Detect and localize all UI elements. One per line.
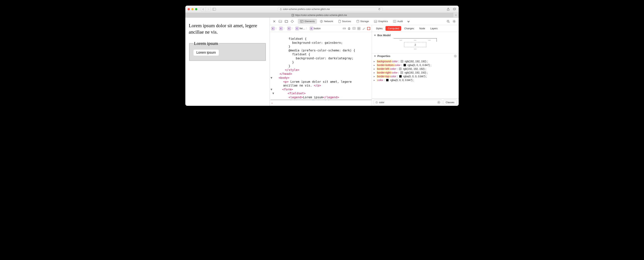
svg-rect-34 (359, 29, 360, 30)
tab-graphics[interactable]: Graphics (372, 19, 390, 24)
dom-line: </style> (270, 68, 299, 72)
dom-tree[interactable]: fieldset { background-color: gainsboro; … (270, 32, 372, 100)
dom-line: @media (prefers-color-scheme: dark) { (270, 49, 355, 52)
tab-sources[interactable]: Sources (336, 19, 353, 24)
properties-menu-icon[interactable] (454, 55, 457, 58)
dom-line: <legend>Lorem ipsum</legend> (270, 95, 339, 99)
breadcrumb-item-1[interactable]: E〉 (279, 27, 286, 30)
share-icon[interactable] (446, 7, 450, 11)
dom-line: background-color: gainsboro; (270, 41, 342, 44)
more-tabs-icon[interactable] (406, 19, 411, 24)
property-row[interactable]: ▸background-color:rgb(192, 192, 192); (374, 59, 457, 63)
dom-line: </head> (270, 72, 292, 76)
sidebar-toggle-icon[interactable] (212, 7, 216, 11)
dom-line: ancillae ne vis. </p> (270, 84, 321, 87)
dom-line: <p> Lorem ipsum dolor sit amet, legere (270, 80, 352, 83)
dom-line: ▼ <form> (270, 88, 293, 91)
box-model-section: ▼Box Model — — — 2 — (372, 32, 459, 53)
breadcrumb-label: button (314, 27, 321, 30)
styles-tab-bar: Styles Computed Changes Node Layers (372, 25, 459, 32)
search-icon[interactable] (446, 19, 451, 24)
breadcrumb-item-2[interactable]: E〉 (287, 27, 294, 30)
console-prompt[interactable]: › (270, 100, 372, 106)
maximize-window-button[interactable] (195, 8, 197, 10)
content-area: Lorem ipsum dolor sit amet, legere ancil… (185, 18, 459, 106)
audit-icon (393, 20, 396, 23)
property-row[interactable]: ▸color:rgba(0, 0, 0, 0.847); (374, 78, 457, 82)
grid-icon[interactable] (358, 27, 360, 30)
dock-bottom-icon[interactable] (278, 19, 283, 24)
force-appearance-icon[interactable] (352, 27, 356, 30)
browser-tab[interactable]: C https://color-scheme-prefers-color-sch… (185, 13, 453, 18)
breadcrumb-label: fiel… (300, 27, 305, 30)
lock-icon (280, 8, 282, 10)
page-fieldset: Lorem ipsum Lorem ipsum (189, 41, 266, 61)
minimize-window-button[interactable] (191, 8, 194, 10)
inspect-element-icon[interactable] (290, 19, 295, 24)
breadcrumb-item-3[interactable]: Efiel…〉 (296, 27, 308, 30)
svg-point-22 (447, 20, 449, 22)
window-titlebar: color-scheme-prefers-color-scheme.glitch… (185, 6, 459, 13)
svg-rect-6 (279, 20, 282, 23)
box-model-value: — (428, 39, 430, 42)
properties-section: ▼Properties ▸background-color:rgb(192, 1… (372, 53, 459, 99)
page-legend: Lorem ipsum (193, 41, 219, 46)
tab-layers[interactable]: Layers (428, 26, 440, 31)
dom-line: } (270, 64, 290, 68)
tab-favicon: C (292, 14, 294, 17)
compositing-borders-icon[interactable] (367, 27, 370, 30)
property-row[interactable]: ▸border-left-color:rgb(192, 192, 192); (374, 67, 457, 71)
styles-panel: Styles Computed Changes Node Layers ▼Box… (372, 25, 459, 106)
box-model-value: — (414, 39, 416, 42)
tab-node[interactable]: Node (417, 26, 427, 31)
forward-button[interactable] (206, 7, 210, 11)
property-row[interactable]: ▸border-bottom-color:rgba(0, 0, 0, 0.847… (374, 63, 457, 67)
tab-graphics-label: Graphics (378, 20, 388, 23)
settings-gear-icon[interactable] (452, 19, 457, 24)
properties-filter-input[interactable]: color ✕ (374, 100, 442, 105)
svg-rect-27 (348, 27, 350, 28)
property-row[interactable]: ▸border-right-color:rgb(192, 192, 192); (374, 71, 457, 74)
dock-side-icon[interactable] (284, 19, 289, 24)
dom-line: ▼ <body> (270, 76, 290, 80)
property-row[interactable]: ▸border-top-color:rgba(0, 0, 0, 0.847); (374, 74, 457, 78)
new-tab-button[interactable]: + (453, 13, 459, 18)
devtools-body: E〉 E〉 E〉 Efiel…〉 Ebutton (270, 25, 459, 106)
graphics-icon (374, 20, 377, 23)
classes-button[interactable]: Classes (443, 100, 457, 105)
tab-styles[interactable]: Styles (374, 26, 385, 31)
reload-icon[interactable] (378, 8, 380, 11)
page-paragraph: Lorem ipsum dolor sit amet, legere ancil… (189, 23, 266, 35)
svg-rect-5 (454, 8, 456, 10)
paint-icon[interactable] (362, 27, 365, 30)
tab-changes[interactable]: Changes (402, 26, 416, 31)
tabs-overview-icon[interactable] (453, 7, 456, 11)
page-button[interactable]: Lorem ipsum (193, 49, 219, 56)
svg-rect-21 (393, 20, 396, 23)
close-devtools-icon[interactable] (272, 19, 277, 24)
dom-line: } (270, 60, 294, 64)
address-bar[interactable]: color-scheme-prefers-color-scheme.glitch… (278, 7, 383, 11)
tab-storage[interactable]: Storage (354, 19, 371, 24)
tab-elements[interactable]: Elements (298, 19, 317, 24)
breadcrumb-item-4[interactable]: Ebutton (310, 27, 321, 30)
tab-computed[interactable]: Computed (386, 26, 401, 31)
print-styles-icon[interactable] (348, 27, 351, 30)
filter-value: color (379, 101, 384, 104)
svg-point-18 (320, 20, 323, 23)
box-model-value: 2 (414, 43, 416, 46)
tab-audit[interactable]: Audit (391, 19, 405, 24)
network-icon (320, 20, 323, 23)
box-model-diagram: — — — 2 — (374, 38, 457, 52)
ruler-icon[interactable] (343, 27, 346, 30)
clear-filter-icon[interactable]: ✕ (437, 101, 440, 104)
tab-storage-label: Storage (360, 20, 369, 23)
back-button[interactable] (201, 7, 206, 11)
breadcrumb-item-0[interactable]: E〉 (271, 27, 278, 30)
toolbar-right (446, 7, 456, 11)
breadcrumb-row: E〉 E〉 E〉 Efiel…〉 Ebutton (270, 25, 372, 32)
tab-network[interactable]: Network (318, 19, 335, 24)
close-window-button[interactable] (188, 8, 190, 10)
webpage-viewport: Lorem ipsum dolor sit amet, legere ancil… (185, 18, 270, 106)
svg-rect-20 (374, 20, 377, 23)
